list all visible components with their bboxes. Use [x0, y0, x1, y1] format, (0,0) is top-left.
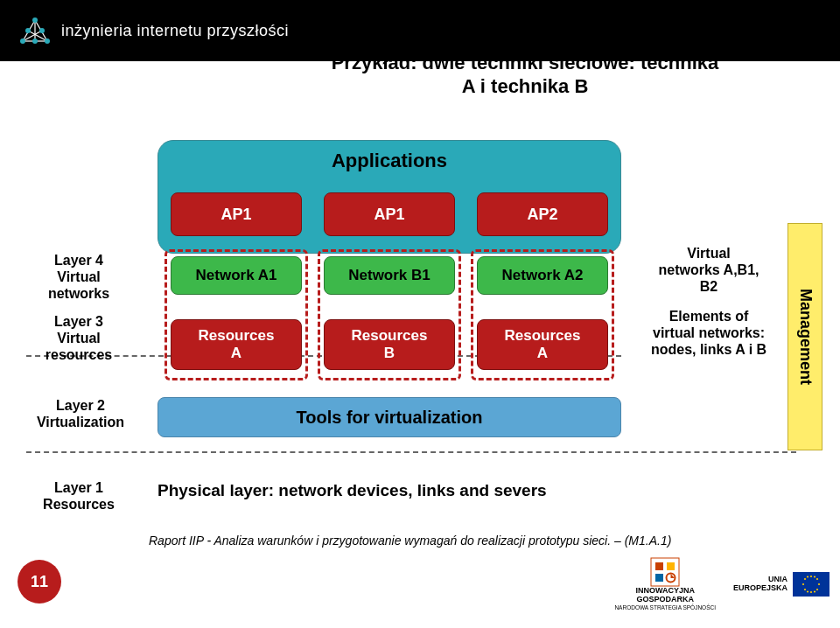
- slide: inżynieria internetu przyszłości System …: [0, 0, 840, 628]
- physical-layer-label: Physical layer: network devices, links a…: [158, 481, 718, 500]
- svg-rect-12: [651, 558, 679, 586]
- svg-point-26: [816, 588, 818, 590]
- tools-label: Tools for virtualization: [297, 408, 483, 428]
- management-box: Management: [788, 223, 822, 450]
- ap1-box: AP1: [171, 192, 302, 236]
- ap2-label: AP2: [527, 206, 557, 224]
- resources-b-box: Resources B: [324, 319, 455, 370]
- svg-rect-14: [667, 562, 675, 570]
- svg-point-22: [818, 583, 820, 584]
- svg-point-24: [816, 577, 818, 579]
- eu-line-1: UNIA: [768, 575, 788, 583]
- ap1-label: AP1: [220, 206, 251, 224]
- network-a1-box: Network A1: [171, 256, 302, 295]
- svg-point-19: [810, 575, 812, 576]
- svg-rect-15: [655, 574, 663, 582]
- eu-line-2: EUROPEJSKA: [733, 583, 788, 592]
- network-a2-label: Network A2: [502, 267, 584, 284]
- eu-flag-icon: [793, 572, 830, 597]
- brand-logo: inżynieria internetu przyszłości: [18, 15, 289, 46]
- network-a1-label: Network A1: [196, 267, 277, 284]
- footer-citation: Raport IIP - Analiza warunków i przygoto…: [149, 534, 671, 548]
- ap2-box: AP2: [477, 192, 608, 236]
- footer-logos: INNOWACYJNA GOSPODARKA NARODOWA STRATEGI…: [614, 557, 830, 611]
- page-number-dot: 11: [18, 560, 61, 604]
- resources-a2-label: Resources A: [505, 327, 581, 361]
- layer3-label: Layer 3 Virtual resources: [26, 313, 131, 364]
- resources-a-box: Resources A: [171, 319, 302, 370]
- resources-a2-box: Resources A: [477, 319, 608, 370]
- network-b1-box: Network B1: [324, 256, 455, 295]
- divider-l2-l1: [26, 451, 796, 453]
- tools-bar: Tools for virtualization: [158, 397, 621, 437]
- network-icon: [18, 15, 52, 46]
- layer2-label: Layer 2 Virtualization: [19, 397, 142, 430]
- svg-point-30: [814, 590, 816, 592]
- resources-a-label: Resources A: [199, 327, 275, 361]
- svg-rect-13: [655, 562, 663, 570]
- svg-point-29: [807, 590, 808, 592]
- ap1b-box: AP1: [324, 192, 455, 236]
- title-line-2: Przykład: dwie techniki sieciowe: techni…: [262, 51, 788, 75]
- network-a2-box: Network A2: [477, 256, 608, 295]
- page-number: 11: [31, 573, 48, 591]
- resources-b-label: Resources B: [352, 327, 428, 361]
- layer1-label: Layer 1 Resources: [26, 479, 131, 513]
- eu-logo: UNIA EUROPEJSKA: [733, 572, 830, 597]
- svg-point-10: [25, 28, 31, 33]
- title-line-3: A i technika B: [262, 74, 788, 99]
- elements-anno: Elements of virtual networks: nodes, lin…: [630, 308, 788, 359]
- svg-point-27: [807, 576, 808, 577]
- svg-point-8: [45, 38, 50, 44]
- network-b1-label: Network B1: [348, 267, 430, 284]
- brand-text: inżynieria internetu przyszłości: [61, 22, 289, 40]
- ig-line-2: GOSPODARKA: [636, 596, 694, 604]
- svg-point-23: [804, 577, 806, 579]
- svg-point-7: [20, 38, 25, 44]
- svg-point-25: [804, 588, 806, 590]
- ig-line-3: NARODOWA STRATEGIA SPÓJNOŚCI: [614, 604, 716, 611]
- slide-title: System IIP : dotychczasowa architektura …: [262, 26, 788, 99]
- ig-logo: INNOWACYJNA GOSPODARKA NARODOWA STRATEGI…: [614, 557, 716, 611]
- ig-logo-icon: [650, 557, 680, 587]
- ap1b-label: AP1: [374, 206, 404, 224]
- layer4-label: Layer 4 Virtual networks: [26, 252, 131, 303]
- svg-point-6: [32, 17, 38, 23]
- management-label: Management: [796, 289, 815, 385]
- svg-point-20: [810, 590, 812, 592]
- svg-point-21: [802, 583, 804, 584]
- title-line-1: System IIP : dotychczasowa architektura: [262, 26, 788, 51]
- svg-point-28: [814, 576, 816, 577]
- svg-point-9: [32, 38, 38, 44]
- svg-point-11: [39, 28, 45, 33]
- virtual-networks-anno: Virtual networks A,B1, B2: [630, 245, 788, 296]
